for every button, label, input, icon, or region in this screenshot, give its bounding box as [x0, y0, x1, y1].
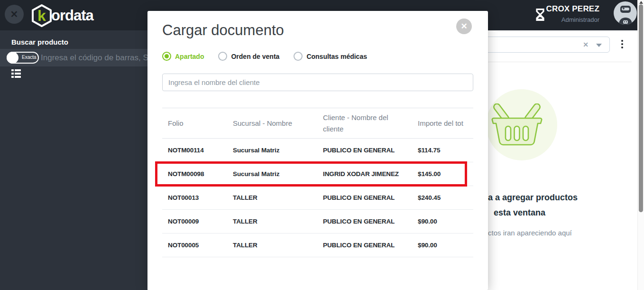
modal-title: Cargar documento: [162, 22, 284, 39]
col-importe: Importe del tot: [412, 108, 473, 139]
table-row-highlighted[interactable]: NOTM00098 Sucursal Matriz INGRID XODAR J…: [162, 162, 473, 186]
radio-orden-de-venta[interactable]: Orden de venta: [218, 52, 279, 61]
document-type-radios: Apartado Orden de venta Consultas médica…: [162, 52, 367, 61]
user-block[interactable]: CROX PEREZ Administrador: [546, 4, 599, 23]
toggle-knob[interactable]: [7, 52, 18, 64]
user-role: Administrador: [546, 16, 599, 23]
client-name-input[interactable]: [162, 74, 473, 91]
robot-avatar-icon: [616, 5, 635, 25]
radio-icon: [294, 52, 303, 61]
shopping-basket-icon: [491, 103, 543, 147]
empty-cart-title-line2: esta ventana: [494, 208, 545, 218]
sidebar-title: Buscar producto: [11, 38, 68, 46]
user-avatar[interactable]: [614, 1, 637, 25]
empty-cart-hint: ctos iran apareciendo aquí: [488, 229, 572, 237]
hourglass-icon[interactable]: [535, 8, 545, 21]
product-list-icon[interactable]: [11, 69, 21, 78]
empty-cart-title-line1: a a agregar productos: [488, 193, 578, 203]
radio-apartado[interactable]: Apartado: [162, 52, 204, 61]
kordata-pos-screen: ✕ k ordata CROX PEREZ Administrador: [0, 0, 644, 290]
product-search-sidebar: Buscar producto Exacta: [0, 30, 147, 290]
radio-icon: [162, 52, 171, 61]
table-row[interactable]: NOT00005 TALLER PUBLICO EN GENERAL $90.0…: [162, 234, 473, 257]
chevron-down-icon[interactable]: [596, 44, 602, 47]
user-name: CROX PEREZ: [546, 4, 599, 14]
kordata-logo: k ordata: [30, 4, 93, 28]
cargar-documento-modal: Cargar documento ✕ Apartado Orden de ven…: [147, 11, 488, 290]
col-sucursal: Sucursal - Nombre: [227, 108, 317, 139]
scroll-up-arrow-icon[interactable]: [639, 1, 643, 4]
page-scrollbar[interactable]: [637, 0, 644, 290]
table-row[interactable]: NOT00009 TALLER PUBLICO EN GENERAL $90.0…: [162, 210, 473, 234]
cart-divider: [480, 62, 632, 62]
close-icon: ✕: [10, 9, 18, 20]
cart-panel: ✕ a a agregar productos esta ventana cto…: [474, 30, 637, 290]
scrollbar-thumb[interactable]: [639, 4, 643, 212]
table-row[interactable]: NOT00013 TALLER PUBLICO EN GENERAL $240.…: [162, 186, 473, 210]
app-close-button[interactable]: ✕: [5, 5, 24, 24]
radio-consultas-medicas[interactable]: Consultas médicas: [294, 52, 367, 61]
logo-text: ordata: [51, 7, 93, 24]
radio-icon: [218, 52, 227, 61]
svg-text:k: k: [37, 7, 46, 24]
toggle-label: Exacta: [22, 55, 37, 60]
product-search-input[interactable]: [41, 49, 147, 66]
logo-hexagon-icon: k: [30, 4, 53, 28]
modal-close-button[interactable]: ✕: [456, 19, 472, 34]
cart-client-select[interactable]: ✕: [480, 37, 610, 53]
documents-table: Folio Sucursal - Nombre Cliente - Nombre…: [162, 108, 473, 290]
close-icon: ✕: [460, 21, 467, 31]
clear-icon[interactable]: ✕: [583, 41, 589, 48]
table-header-row: Folio Sucursal - Nombre Cliente - Nombre…: [162, 108, 473, 139]
product-search-row: Exacta: [0, 49, 147, 66]
cart-menu-button[interactable]: [621, 40, 623, 48]
table-row[interactable]: NOTM00114 Sucursal Matriz PUBLICO EN GEN…: [162, 139, 473, 162]
exact-match-toggle[interactable]: Exacta: [7, 52, 39, 64]
col-cliente: Cliente - Nombre del cliente: [317, 108, 412, 139]
col-folio: Folio: [162, 108, 227, 139]
